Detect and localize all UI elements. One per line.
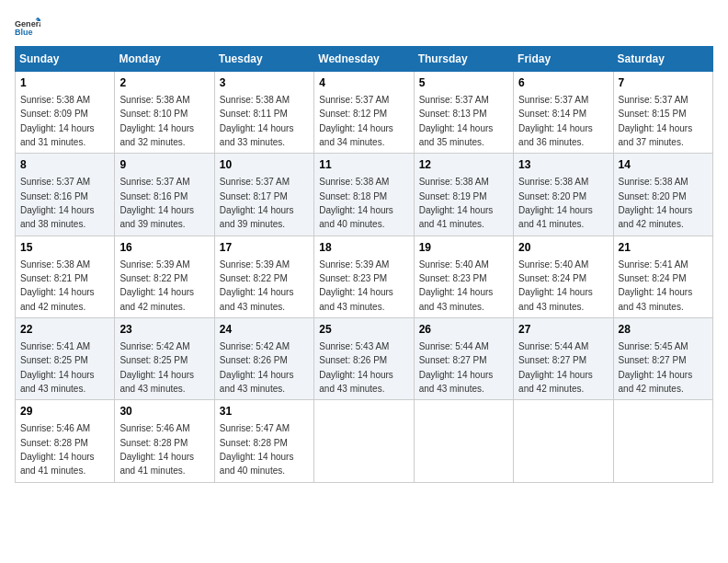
day-number: 1 (20, 75, 109, 91)
calendar-cell (613, 400, 712, 482)
calendar-header-thursday: Thursday (414, 47, 513, 72)
day-number: 6 (518, 75, 608, 91)
day-number: 18 (319, 240, 408, 256)
calendar-cell: 1Sunrise: 5:38 AMSunset: 8:09 PMDaylight… (16, 72, 115, 154)
day-info: Sunrise: 5:46 AMSunset: 8:28 PMDaylight:… (20, 423, 95, 476)
day-number: 11 (319, 157, 408, 173)
calendar-header-tuesday: Tuesday (214, 47, 313, 72)
day-info: Sunrise: 5:45 AMSunset: 8:27 PMDaylight:… (619, 341, 693, 394)
day-info: Sunrise: 5:40 AMSunset: 8:24 PMDaylight:… (518, 259, 593, 312)
day-info: Sunrise: 5:38 AMSunset: 8:20 PMDaylight:… (619, 177, 693, 229)
calendar-cell: 20Sunrise: 5:40 AMSunset: 8:24 PMDayligh… (514, 236, 613, 317)
calendar-row-1: 8Sunrise: 5:37 AMSunset: 8:16 PMDaylight… (16, 154, 713, 236)
day-number: 15 (20, 240, 109, 256)
day-number: 9 (119, 157, 209, 173)
logo: General Blue (15, 15, 40, 40)
calendar-cell: 24Sunrise: 5:42 AMSunset: 8:26 PMDayligh… (214, 318, 313, 400)
calendar-cell: 9Sunrise: 5:37 AMSunset: 8:16 PMDaylight… (115, 154, 214, 236)
day-number: 16 (119, 240, 209, 256)
calendar-cell: 2Sunrise: 5:38 AMSunset: 8:10 PMDaylight… (115, 72, 214, 154)
day-info: Sunrise: 5:44 AMSunset: 8:27 PMDaylight:… (419, 341, 494, 394)
day-number: 13 (518, 157, 608, 173)
day-info: Sunrise: 5:47 AMSunset: 8:28 PMDaylight:… (220, 423, 294, 476)
calendar-row-4: 29Sunrise: 5:46 AMSunset: 8:28 PMDayligh… (16, 400, 713, 482)
day-info: Sunrise: 5:38 AMSunset: 8:18 PMDaylight:… (319, 177, 393, 229)
day-info: Sunrise: 5:41 AMSunset: 8:24 PMDaylight:… (619, 259, 693, 312)
calendar-row-2: 15Sunrise: 5:38 AMSunset: 8:21 PMDayligh… (16, 236, 713, 317)
day-info: Sunrise: 5:42 AMSunset: 8:25 PMDaylight:… (119, 341, 194, 394)
day-info: Sunrise: 5:37 AMSunset: 8:13 PMDaylight:… (419, 95, 494, 147)
svg-text:General: General (15, 19, 40, 29)
calendar-cell: 26Sunrise: 5:44 AMSunset: 8:27 PMDayligh… (414, 318, 513, 400)
calendar-header-friday: Friday (514, 47, 613, 72)
calendar-cell: 12Sunrise: 5:38 AMSunset: 8:19 PMDayligh… (414, 154, 513, 236)
calendar-cell: 13Sunrise: 5:38 AMSunset: 8:20 PMDayligh… (514, 154, 613, 236)
calendar-table: SundayMondayTuesdayWednesdayThursdayFrid… (15, 46, 713, 483)
calendar-cell (314, 400, 414, 482)
day-info: Sunrise: 5:38 AMSunset: 8:10 PMDaylight:… (119, 95, 194, 147)
calendar-cell: 18Sunrise: 5:39 AMSunset: 8:23 PMDayligh… (314, 236, 414, 317)
day-number: 10 (220, 157, 309, 173)
day-info: Sunrise: 5:38 AMSunset: 8:19 PMDaylight:… (419, 177, 494, 229)
day-info: Sunrise: 5:44 AMSunset: 8:27 PMDaylight:… (518, 341, 593, 394)
day-number: 30 (119, 404, 209, 419)
day-info: Sunrise: 5:42 AMSunset: 8:26 PMDaylight:… (220, 341, 294, 394)
calendar-cell: 10Sunrise: 5:37 AMSunset: 8:17 PMDayligh… (214, 154, 313, 236)
calendar-cell: 30Sunrise: 5:46 AMSunset: 8:28 PMDayligh… (115, 400, 214, 482)
day-number: 14 (619, 157, 708, 173)
day-info: Sunrise: 5:37 AMSunset: 8:12 PMDaylight:… (319, 95, 393, 147)
day-info: Sunrise: 5:37 AMSunset: 8:14 PMDaylight:… (518, 95, 593, 147)
day-info: Sunrise: 5:40 AMSunset: 8:23 PMDaylight:… (419, 259, 494, 312)
day-number: 23 (119, 322, 209, 338)
calendar-cell (514, 400, 613, 482)
day-number: 28 (619, 322, 708, 338)
day-info: Sunrise: 5:37 AMSunset: 8:16 PMDaylight:… (20, 177, 95, 229)
calendar-cell: 27Sunrise: 5:44 AMSunset: 8:27 PMDayligh… (514, 318, 613, 400)
calendar-cell: 3Sunrise: 5:38 AMSunset: 8:11 PMDaylight… (214, 72, 313, 154)
day-info: Sunrise: 5:46 AMSunset: 8:28 PMDaylight:… (119, 423, 194, 476)
calendar-cell: 8Sunrise: 5:37 AMSunset: 8:16 PMDaylight… (16, 154, 115, 236)
calendar-header-sunday: Sunday (16, 47, 115, 72)
calendar-cell: 6Sunrise: 5:37 AMSunset: 8:14 PMDaylight… (514, 72, 613, 154)
calendar-cell: 15Sunrise: 5:38 AMSunset: 8:21 PMDayligh… (16, 236, 115, 317)
calendar-row-0: 1Sunrise: 5:38 AMSunset: 8:09 PMDaylight… (16, 72, 713, 154)
day-number: 4 (319, 75, 408, 91)
calendar-header-row: SundayMondayTuesdayWednesdayThursdayFrid… (16, 47, 713, 72)
calendar-cell (414, 400, 513, 482)
day-info: Sunrise: 5:39 AMSunset: 8:23 PMDaylight:… (319, 259, 393, 312)
day-number: 27 (518, 322, 608, 338)
day-info: Sunrise: 5:43 AMSunset: 8:26 PMDaylight:… (319, 341, 393, 394)
day-info: Sunrise: 5:38 AMSunset: 8:20 PMDaylight:… (518, 177, 593, 229)
calendar-cell: 17Sunrise: 5:39 AMSunset: 8:22 PMDayligh… (214, 236, 313, 317)
day-number: 29 (20, 404, 109, 419)
calendar-cell: 25Sunrise: 5:43 AMSunset: 8:26 PMDayligh… (314, 318, 414, 400)
calendar-cell: 14Sunrise: 5:38 AMSunset: 8:20 PMDayligh… (613, 154, 712, 236)
svg-text:Blue: Blue (15, 28, 33, 37)
calendar-cell: 4Sunrise: 5:37 AMSunset: 8:12 PMDaylight… (314, 72, 414, 154)
day-info: Sunrise: 5:39 AMSunset: 8:22 PMDaylight:… (119, 259, 194, 312)
day-number: 2 (119, 75, 209, 91)
page-header: General Blue (15, 15, 713, 40)
calendar-cell: 28Sunrise: 5:45 AMSunset: 8:27 PMDayligh… (613, 318, 712, 400)
day-info: Sunrise: 5:37 AMSunset: 8:17 PMDaylight:… (220, 177, 294, 229)
calendar-cell: 19Sunrise: 5:40 AMSunset: 8:23 PMDayligh… (414, 236, 513, 317)
day-info: Sunrise: 5:37 AMSunset: 8:16 PMDaylight:… (119, 177, 194, 229)
day-info: Sunrise: 5:41 AMSunset: 8:25 PMDaylight:… (20, 341, 95, 394)
calendar-header-wednesday: Wednesday (314, 47, 414, 72)
day-number: 20 (518, 240, 608, 256)
day-number: 19 (419, 240, 508, 256)
day-info: Sunrise: 5:38 AMSunset: 8:09 PMDaylight:… (20, 95, 95, 147)
day-number: 31 (220, 404, 309, 419)
day-number: 26 (419, 322, 508, 338)
calendar-cell: 21Sunrise: 5:41 AMSunset: 8:24 PMDayligh… (613, 236, 712, 317)
day-number: 12 (419, 157, 508, 173)
day-number: 24 (220, 322, 309, 338)
calendar-row-3: 22Sunrise: 5:41 AMSunset: 8:25 PMDayligh… (16, 318, 713, 400)
day-number: 7 (619, 75, 708, 91)
calendar-cell: 22Sunrise: 5:41 AMSunset: 8:25 PMDayligh… (16, 318, 115, 400)
day-number: 17 (220, 240, 309, 256)
day-info: Sunrise: 5:39 AMSunset: 8:22 PMDaylight:… (220, 259, 294, 312)
logo-icon: General Blue (15, 15, 40, 40)
calendar-cell: 11Sunrise: 5:38 AMSunset: 8:18 PMDayligh… (314, 154, 414, 236)
calendar-header-saturday: Saturday (613, 47, 712, 72)
